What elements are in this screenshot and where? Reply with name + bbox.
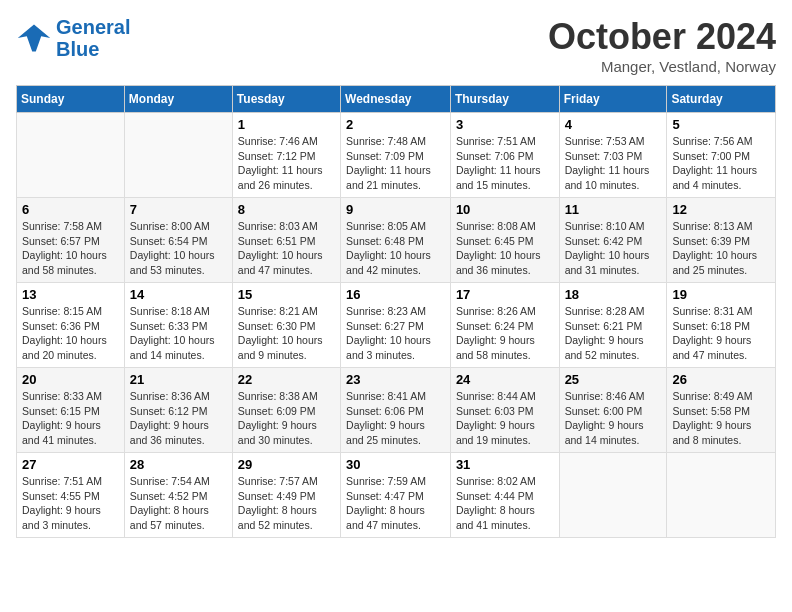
day-number: 25 <box>565 372 662 387</box>
day-detail: Sunrise: 8:08 AM Sunset: 6:45 PM Dayligh… <box>456 219 554 278</box>
day-number: 13 <box>22 287 119 302</box>
day-number: 17 <box>456 287 554 302</box>
calendar-cell: 11Sunrise: 8:10 AM Sunset: 6:42 PM Dayli… <box>559 198 667 283</box>
calendar-cell: 8Sunrise: 8:03 AM Sunset: 6:51 PM Daylig… <box>232 198 340 283</box>
day-detail: Sunrise: 8:26 AM Sunset: 6:24 PM Dayligh… <box>456 304 554 363</box>
calendar-week-row: 20Sunrise: 8:33 AM Sunset: 6:15 PM Dayli… <box>17 368 776 453</box>
calendar-cell: 10Sunrise: 8:08 AM Sunset: 6:45 PM Dayli… <box>450 198 559 283</box>
calendar-cell: 24Sunrise: 8:44 AM Sunset: 6:03 PM Dayli… <box>450 368 559 453</box>
weekday-header-wednesday: Wednesday <box>341 86 451 113</box>
calendar-cell <box>17 113 125 198</box>
day-number: 2 <box>346 117 445 132</box>
day-detail: Sunrise: 8:49 AM Sunset: 5:58 PM Dayligh… <box>672 389 770 448</box>
weekday-header-monday: Monday <box>124 86 232 113</box>
page-header: General Blue October 2024 Manger, Vestla… <box>16 16 776 75</box>
day-detail: Sunrise: 7:58 AM Sunset: 6:57 PM Dayligh… <box>22 219 119 278</box>
day-number: 4 <box>565 117 662 132</box>
weekday-header-thursday: Thursday <box>450 86 559 113</box>
day-number: 18 <box>565 287 662 302</box>
day-detail: Sunrise: 8:38 AM Sunset: 6:09 PM Dayligh… <box>238 389 335 448</box>
calendar-cell: 2Sunrise: 7:48 AM Sunset: 7:09 PM Daylig… <box>341 113 451 198</box>
calendar-cell: 25Sunrise: 8:46 AM Sunset: 6:00 PM Dayli… <box>559 368 667 453</box>
logo: General Blue <box>16 16 130 60</box>
day-detail: Sunrise: 8:23 AM Sunset: 6:27 PM Dayligh… <box>346 304 445 363</box>
calendar-cell: 7Sunrise: 8:00 AM Sunset: 6:54 PM Daylig… <box>124 198 232 283</box>
day-number: 3 <box>456 117 554 132</box>
weekday-header-friday: Friday <box>559 86 667 113</box>
calendar-week-row: 1Sunrise: 7:46 AM Sunset: 7:12 PM Daylig… <box>17 113 776 198</box>
calendar-cell: 12Sunrise: 8:13 AM Sunset: 6:39 PM Dayli… <box>667 198 776 283</box>
calendar-cell: 3Sunrise: 7:51 AM Sunset: 7:06 PM Daylig… <box>450 113 559 198</box>
location-subtitle: Manger, Vestland, Norway <box>548 58 776 75</box>
day-number: 7 <box>130 202 227 217</box>
day-number: 20 <box>22 372 119 387</box>
calendar-cell: 1Sunrise: 7:46 AM Sunset: 7:12 PM Daylig… <box>232 113 340 198</box>
day-number: 15 <box>238 287 335 302</box>
calendar-cell: 23Sunrise: 8:41 AM Sunset: 6:06 PM Dayli… <box>341 368 451 453</box>
calendar-cell: 6Sunrise: 7:58 AM Sunset: 6:57 PM Daylig… <box>17 198 125 283</box>
day-detail: Sunrise: 8:15 AM Sunset: 6:36 PM Dayligh… <box>22 304 119 363</box>
calendar-cell: 22Sunrise: 8:38 AM Sunset: 6:09 PM Dayli… <box>232 368 340 453</box>
calendar-cell: 31Sunrise: 8:02 AM Sunset: 4:44 PM Dayli… <box>450 453 559 538</box>
day-detail: Sunrise: 7:53 AM Sunset: 7:03 PM Dayligh… <box>565 134 662 193</box>
calendar-cell: 19Sunrise: 8:31 AM Sunset: 6:18 PM Dayli… <box>667 283 776 368</box>
calendar-cell: 26Sunrise: 8:49 AM Sunset: 5:58 PM Dayli… <box>667 368 776 453</box>
day-number: 19 <box>672 287 770 302</box>
day-number: 8 <box>238 202 335 217</box>
day-detail: Sunrise: 8:05 AM Sunset: 6:48 PM Dayligh… <box>346 219 445 278</box>
day-number: 10 <box>456 202 554 217</box>
calendar-cell: 9Sunrise: 8:05 AM Sunset: 6:48 PM Daylig… <box>341 198 451 283</box>
day-detail: Sunrise: 8:13 AM Sunset: 6:39 PM Dayligh… <box>672 219 770 278</box>
day-number: 24 <box>456 372 554 387</box>
day-detail: Sunrise: 7:56 AM Sunset: 7:00 PM Dayligh… <box>672 134 770 193</box>
calendar-cell: 28Sunrise: 7:54 AM Sunset: 4:52 PM Dayli… <box>124 453 232 538</box>
calendar-cell: 18Sunrise: 8:28 AM Sunset: 6:21 PM Dayli… <box>559 283 667 368</box>
calendar-cell: 13Sunrise: 8:15 AM Sunset: 6:36 PM Dayli… <box>17 283 125 368</box>
day-detail: Sunrise: 7:48 AM Sunset: 7:09 PM Dayligh… <box>346 134 445 193</box>
day-number: 22 <box>238 372 335 387</box>
day-detail: Sunrise: 8:18 AM Sunset: 6:33 PM Dayligh… <box>130 304 227 363</box>
day-detail: Sunrise: 7:59 AM Sunset: 4:47 PM Dayligh… <box>346 474 445 533</box>
weekday-header-saturday: Saturday <box>667 86 776 113</box>
calendar-body: 1Sunrise: 7:46 AM Sunset: 7:12 PM Daylig… <box>17 113 776 538</box>
calendar-cell: 4Sunrise: 7:53 AM Sunset: 7:03 PM Daylig… <box>559 113 667 198</box>
calendar-cell <box>559 453 667 538</box>
logo-text: General Blue <box>56 16 130 60</box>
calendar-table: SundayMondayTuesdayWednesdayThursdayFrid… <box>16 85 776 538</box>
day-number: 27 <box>22 457 119 472</box>
day-detail: Sunrise: 8:21 AM Sunset: 6:30 PM Dayligh… <box>238 304 335 363</box>
day-number: 26 <box>672 372 770 387</box>
calendar-cell <box>667 453 776 538</box>
day-detail: Sunrise: 7:54 AM Sunset: 4:52 PM Dayligh… <box>130 474 227 533</box>
day-number: 14 <box>130 287 227 302</box>
svg-marker-0 <box>18 25 50 52</box>
calendar-cell <box>124 113 232 198</box>
calendar-cell: 30Sunrise: 7:59 AM Sunset: 4:47 PM Dayli… <box>341 453 451 538</box>
calendar-cell: 14Sunrise: 8:18 AM Sunset: 6:33 PM Dayli… <box>124 283 232 368</box>
calendar-cell: 21Sunrise: 8:36 AM Sunset: 6:12 PM Dayli… <box>124 368 232 453</box>
day-detail: Sunrise: 7:51 AM Sunset: 7:06 PM Dayligh… <box>456 134 554 193</box>
day-number: 9 <box>346 202 445 217</box>
day-number: 11 <box>565 202 662 217</box>
calendar-cell: 27Sunrise: 7:51 AM Sunset: 4:55 PM Dayli… <box>17 453 125 538</box>
month-title: October 2024 <box>548 16 776 58</box>
day-number: 23 <box>346 372 445 387</box>
day-number: 6 <box>22 202 119 217</box>
day-number: 5 <box>672 117 770 132</box>
day-detail: Sunrise: 8:02 AM Sunset: 4:44 PM Dayligh… <box>456 474 554 533</box>
day-detail: Sunrise: 8:46 AM Sunset: 6:00 PM Dayligh… <box>565 389 662 448</box>
day-number: 12 <box>672 202 770 217</box>
day-number: 30 <box>346 457 445 472</box>
day-number: 29 <box>238 457 335 472</box>
calendar-week-row: 13Sunrise: 8:15 AM Sunset: 6:36 PM Dayli… <box>17 283 776 368</box>
day-number: 21 <box>130 372 227 387</box>
day-number: 28 <box>130 457 227 472</box>
day-detail: Sunrise: 8:31 AM Sunset: 6:18 PM Dayligh… <box>672 304 770 363</box>
day-detail: Sunrise: 8:28 AM Sunset: 6:21 PM Dayligh… <box>565 304 662 363</box>
day-number: 16 <box>346 287 445 302</box>
calendar-week-row: 6Sunrise: 7:58 AM Sunset: 6:57 PM Daylig… <box>17 198 776 283</box>
weekday-header-tuesday: Tuesday <box>232 86 340 113</box>
day-detail: Sunrise: 8:41 AM Sunset: 6:06 PM Dayligh… <box>346 389 445 448</box>
calendar-cell: 29Sunrise: 7:57 AM Sunset: 4:49 PM Dayli… <box>232 453 340 538</box>
calendar-cell: 16Sunrise: 8:23 AM Sunset: 6:27 PM Dayli… <box>341 283 451 368</box>
